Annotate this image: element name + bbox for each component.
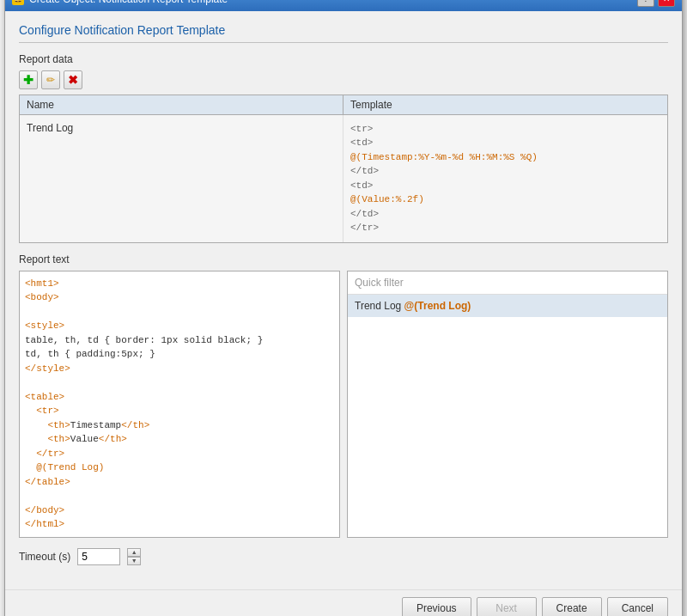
add-button[interactable]: ✚ xyxy=(19,70,38,89)
tpl-line-6: @(Value:%.2f) xyxy=(350,192,424,207)
row-template-cell: <tr> <td> @(Timestamp:%Y-%m-%d %H:%M:%S … xyxy=(344,115,667,242)
create-button[interactable]: Create xyxy=(542,597,602,617)
quick-filter-panel: Quick filter Trend Log @(Trend Log) xyxy=(347,271,668,538)
quick-filter-item[interactable]: Trend Log @(Trend Log) xyxy=(348,295,667,317)
row-name-cell: Trend Log xyxy=(20,115,344,242)
spinner-up[interactable]: ▲ xyxy=(127,548,141,557)
delete-button[interactable]: ✖ xyxy=(64,70,82,89)
close-button[interactable]: ✕ xyxy=(658,0,675,7)
tpl-line-7: </td> xyxy=(350,207,379,222)
title-bar: 🔔 Create Object: Notification Report Tem… xyxy=(5,0,682,11)
quick-filter-label: Quick filter xyxy=(348,271,667,295)
title-bar-left: 🔔 Create Object: Notification Report Tem… xyxy=(12,0,228,5)
help-button[interactable]: ? xyxy=(637,0,654,7)
window-icon: 🔔 xyxy=(12,0,24,5)
report-data-toolbar: ✚ ✏ ✖ xyxy=(19,70,668,89)
code-editor[interactable]: <hmt1> <body> <style> table, th, td { bo… xyxy=(19,271,340,538)
tpl-line-3: @(Timestamp:%Y-%m-%d %H:%M:%S %Q) xyxy=(350,150,538,165)
table-row[interactable]: Trend Log <tr> <td> @(Timestamp:%Y-%m-%d… xyxy=(20,115,667,242)
timeout-spinner: ▲ ▼ xyxy=(127,548,141,565)
bottom-bar: Previous Next Create Cancel xyxy=(5,589,682,617)
filter-item-prefix: Trend Log xyxy=(355,300,404,312)
tpl-line-1: <tr> xyxy=(350,122,373,137)
cancel-button[interactable]: Cancel xyxy=(607,597,668,617)
timeout-row: Timeout (s) ▲ ▼ xyxy=(19,548,668,565)
window-title: Create Object: Notification Report Templ… xyxy=(29,0,228,5)
main-window: 🔔 Create Object: Notification Report Tem… xyxy=(4,0,683,616)
col-template-header: Template xyxy=(344,95,667,114)
edit-button[interactable]: ✏ xyxy=(41,70,60,89)
tpl-line-4: </td> xyxy=(350,164,379,179)
delete-icon: ✖ xyxy=(68,73,78,87)
tpl-line-8: </tr> xyxy=(350,221,379,235)
filter-item-highlight: @(Trend Log) xyxy=(404,300,471,312)
report-text-area: <hmt1> <body> <style> table, th, td { bo… xyxy=(19,271,668,538)
tpl-line-5: <td> xyxy=(350,179,373,193)
window-content: Configure Notification Report Template R… xyxy=(5,11,682,589)
tpl-line-2: <td> xyxy=(350,136,373,150)
report-data-table: Name Template Trend Log <tr> <td> @(Time… xyxy=(19,95,668,243)
next-button[interactable]: Next xyxy=(477,597,537,617)
section-title: Configure Notification Report Template xyxy=(19,23,668,43)
table-header: Name Template xyxy=(20,95,667,115)
timeout-label: Timeout (s) xyxy=(19,551,70,563)
timeout-input[interactable] xyxy=(77,548,120,565)
col-name-header: Name xyxy=(20,95,344,114)
report-text-label: Report text xyxy=(19,253,668,265)
title-bar-controls: ? ✕ xyxy=(637,0,675,7)
spinner-down[interactable]: ▼ xyxy=(127,557,141,565)
row-name-value: Trend Log xyxy=(27,122,73,134)
report-data-label: Report data xyxy=(19,53,668,65)
add-icon: ✚ xyxy=(23,73,33,87)
edit-icon: ✏ xyxy=(46,74,55,86)
previous-button[interactable]: Previous xyxy=(402,597,471,617)
